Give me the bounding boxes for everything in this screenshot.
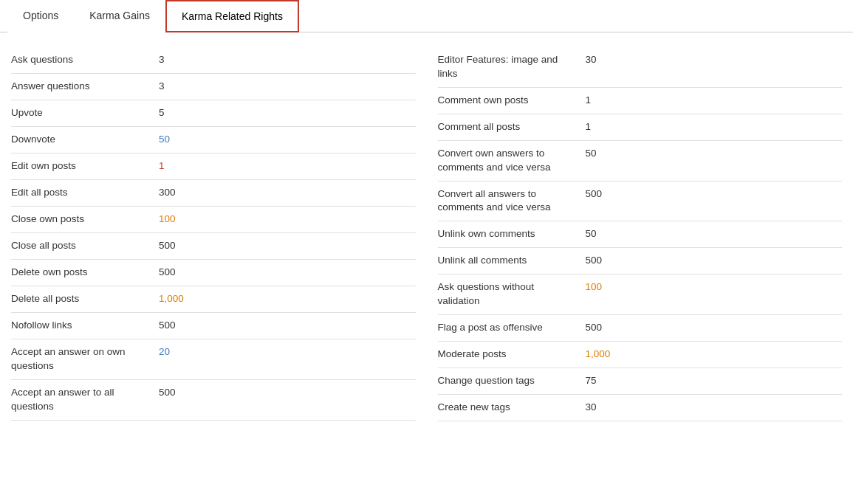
right-row-6: Unlink all comments500 — [438, 248, 843, 275]
right-row-value-1[interactable]: 1 — [586, 94, 843, 108]
right-row-2: Comment all posts1 — [438, 114, 843, 141]
left-column: Ask questions3Answer questions3Upvote5Do… — [11, 47, 438, 421]
right-row-label-11: Create new tags — [438, 401, 586, 415]
left-row-7: Close all posts500 — [11, 233, 416, 260]
left-row-value-4[interactable]: 1 — [159, 159, 416, 173]
tab-karma-gains[interactable]: Karma Gains — [74, 0, 165, 32]
tabs-container: OptionsKarma GainsKarma Related Rights — [0, 0, 853, 32]
left-row-value-11[interactable]: 20 — [159, 345, 416, 359]
tab-karma-related-rights[interactable]: Karma Related Rights — [165, 0, 299, 32]
right-column: Editor Features: image and links30Commen… — [438, 47, 843, 421]
left-row-1: Answer questions3 — [11, 74, 416, 100]
right-row-value-9[interactable]: 1,000 — [586, 348, 843, 362]
content-area: Ask questions3Answer questions3Upvote5Do… — [0, 32, 853, 436]
left-row-2: Upvote5 — [11, 100, 416, 127]
right-row-value-11[interactable]: 30 — [586, 401, 843, 415]
left-row-value-9[interactable]: 1,000 — [159, 292, 416, 306]
right-row-9: Moderate posts1,000 — [438, 342, 843, 368]
right-row-0: Editor Features: image and links30 — [438, 47, 843, 88]
left-row-value-7[interactable]: 500 — [159, 239, 416, 253]
right-row-value-4[interactable]: 500 — [586, 187, 843, 201]
left-row-value-3[interactable]: 50 — [159, 133, 416, 147]
left-row-6: Close own posts100 — [11, 207, 416, 233]
left-row-3: Downvote50 — [11, 127, 416, 153]
left-row-9: Delete all posts1,000 — [11, 286, 416, 313]
left-row-0: Ask questions3 — [11, 47, 416, 74]
right-row-value-3[interactable]: 50 — [586, 147, 843, 161]
right-row-label-10: Change question tags — [438, 374, 586, 388]
left-row-label-8: Delete own posts — [11, 266, 159, 280]
right-row-label-2: Comment all posts — [438, 120, 586, 134]
left-row-label-0: Ask questions — [11, 53, 159, 67]
left-row-5: Edit all posts300 — [11, 180, 416, 207]
left-row-11: Accept an answer on own questions20 — [11, 339, 416, 380]
right-row-label-5: Unlink own comments — [438, 227, 586, 241]
left-row-label-11: Accept an answer on own questions — [11, 345, 159, 373]
left-row-label-3: Downvote — [11, 133, 159, 147]
left-row-value-8[interactable]: 500 — [159, 266, 416, 280]
right-row-value-10[interactable]: 75 — [586, 374, 843, 388]
left-row-value-10[interactable]: 500 — [159, 319, 416, 333]
left-row-label-1: Answer questions — [11, 80, 159, 94]
right-row-5: Unlink own comments50 — [438, 221, 843, 248]
left-row-label-9: Delete all posts — [11, 292, 159, 306]
right-row-value-7[interactable]: 100 — [586, 280, 843, 294]
right-row-label-7: Ask questions without validation — [438, 280, 586, 308]
left-row-label-7: Close all posts — [11, 239, 159, 253]
right-row-label-1: Comment own posts — [438, 94, 586, 108]
right-row-label-4: Convert all answers to comments and vice… — [438, 187, 586, 215]
left-row-label-4: Edit own posts — [11, 159, 159, 173]
left-row-label-6: Close own posts — [11, 213, 159, 227]
right-row-label-6: Unlink all comments — [438, 254, 586, 268]
right-row-value-2[interactable]: 1 — [586, 120, 843, 134]
tab-options[interactable]: Options — [7, 0, 74, 32]
right-row-10: Change question tags75 — [438, 368, 843, 395]
right-row-8: Flag a post as offensive500 — [438, 315, 843, 342]
right-row-value-0[interactable]: 30 — [586, 53, 843, 67]
left-row-label-12: Accept an answer to all questions — [11, 386, 159, 414]
left-row-label-2: Upvote — [11, 106, 159, 120]
right-row-label-3: Convert own answers to comments and vice… — [438, 147, 586, 175]
right-row-value-8[interactable]: 500 — [586, 321, 843, 335]
right-row-label-9: Moderate posts — [438, 348, 586, 362]
right-row-11: Create new tags30 — [438, 395, 843, 421]
right-row-value-5[interactable]: 50 — [586, 227, 843, 241]
right-row-value-6[interactable]: 500 — [586, 254, 843, 268]
right-row-label-0: Editor Features: image and links — [438, 53, 586, 81]
left-row-value-1[interactable]: 3 — [159, 80, 416, 94]
left-row-label-5: Edit all posts — [11, 186, 159, 200]
left-row-value-2[interactable]: 5 — [159, 106, 416, 120]
left-row-10: Nofollow links500 — [11, 313, 416, 339]
left-row-8: Delete own posts500 — [11, 260, 416, 286]
right-row-1: Comment own posts1 — [438, 88, 843, 114]
left-row-label-10: Nofollow links — [11, 319, 159, 333]
right-row-4: Convert all answers to comments and vice… — [438, 182, 843, 222]
left-row-value-0[interactable]: 3 — [159, 53, 416, 67]
left-row-12: Accept an answer to all questions500 — [11, 380, 416, 421]
right-row-label-8: Flag a post as offensive — [438, 321, 586, 335]
left-row-value-5[interactable]: 300 — [159, 186, 416, 200]
right-row-3: Convert own answers to comments and vice… — [438, 141, 843, 182]
left-row-4: Edit own posts1 — [11, 153, 416, 180]
left-row-value-12[interactable]: 500 — [159, 386, 416, 400]
left-row-value-6[interactable]: 100 — [159, 213, 416, 227]
right-row-7: Ask questions without validation100 — [438, 275, 843, 315]
